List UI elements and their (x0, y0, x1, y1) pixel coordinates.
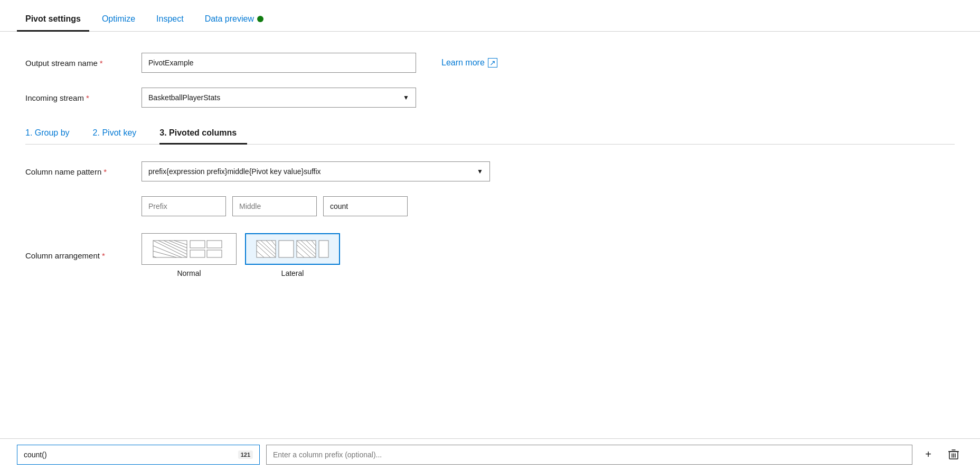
data-preview-indicator (257, 16, 263, 22)
top-tab-bar: Pivot settings Optimize Inspect Data pre… (0, 0, 980, 32)
tab-data-preview[interactable]: Data preview (196, 8, 272, 32)
sub-tab-pivot-key[interactable]: 2. Pivot key (93, 123, 147, 145)
output-stream-required: * (100, 59, 103, 68)
sub-tab-pivoted-columns[interactable]: 3. Pivoted columns (159, 123, 247, 145)
learn-more-link[interactable]: Learn more ↗ (441, 58, 497, 68)
incoming-stream-label: Incoming stream* (25, 93, 142, 102)
tab-optimize[interactable]: Optimize (93, 8, 144, 32)
delete-icon (948, 449, 959, 461)
main-content: Output stream name* Learn more ↗ Incomin… (0, 32, 980, 294)
svg-rect-12 (207, 250, 222, 257)
page-wrapper: Pivot settings Optimize Inspect Data pre… (0, 0, 980, 470)
incoming-stream-select[interactable]: BasketballPlayerStats ▼ (142, 88, 416, 108)
column-name-pattern-select[interactable]: prefix{expression prefix}middle{Pivot ke… (142, 161, 490, 181)
column-arrangement-label: Column arrangement* (25, 251, 142, 260)
column-arrangement-row: Column arrangement* (25, 233, 955, 277)
pattern-inputs-row (142, 196, 955, 216)
svg-rect-10 (207, 241, 222, 248)
tab-pivot-settings[interactable]: Pivot settings (17, 8, 89, 32)
expression-badge: 121 (238, 450, 253, 459)
section-content: Column name pattern* prefix{expression p… (25, 145, 955, 277)
column-prefix-input[interactable] (266, 445, 912, 465)
delete-button[interactable] (944, 445, 963, 464)
lateral-pattern-icon (256, 238, 329, 260)
column-name-pattern-dropdown-arrow: ▼ (477, 168, 483, 175)
arrangement-lateral[interactable]: Lateral (245, 233, 340, 277)
incoming-stream-required: * (86, 93, 89, 102)
arrangement-lateral-box[interactable] (245, 233, 340, 265)
arrangement-options: Normal (142, 233, 340, 277)
svg-rect-20 (279, 241, 294, 257)
incoming-stream-row: Incoming stream* BasketballPlayerStats ▼ (25, 88, 955, 108)
add-button[interactable]: + (919, 445, 938, 464)
learn-more-icon: ↗ (488, 58, 497, 68)
svg-rect-28 (319, 241, 328, 257)
normal-label: Normal (177, 269, 201, 277)
arrangement-normal[interactable]: Normal (142, 233, 237, 277)
column-name-pattern-required: * (103, 167, 107, 176)
normal-pattern-icon (152, 238, 226, 260)
column-name-pattern-row: Column name pattern* prefix{expression p… (25, 161, 955, 181)
expression-bar: count() 121 + (0, 438, 980, 470)
sub-tab-group-by[interactable]: 1. Group by (25, 123, 80, 145)
suffix-input[interactable] (323, 196, 408, 216)
svg-rect-9 (190, 241, 205, 248)
lateral-label: Lateral (281, 269, 304, 277)
column-name-pattern-label: Column name pattern* (25, 167, 142, 176)
output-stream-row: Output stream name* Learn more ↗ (25, 53, 955, 73)
tab-inspect[interactable]: Inspect (148, 8, 192, 32)
column-arrangement-required: * (102, 251, 105, 260)
middle-input[interactable] (232, 196, 317, 216)
prefix-input[interactable] (142, 196, 226, 216)
output-stream-input[interactable] (142, 53, 416, 73)
arrangement-normal-box[interactable] (142, 233, 237, 265)
output-stream-label: Output stream name* (25, 59, 142, 68)
svg-rect-11 (190, 250, 205, 257)
sub-tab-bar: 1. Group by 2. Pivot key 3. Pivoted colu… (25, 122, 955, 145)
incoming-stream-dropdown-arrow: ▼ (403, 94, 409, 101)
expression-input-wrapper[interactable]: count() 121 (17, 445, 260, 465)
